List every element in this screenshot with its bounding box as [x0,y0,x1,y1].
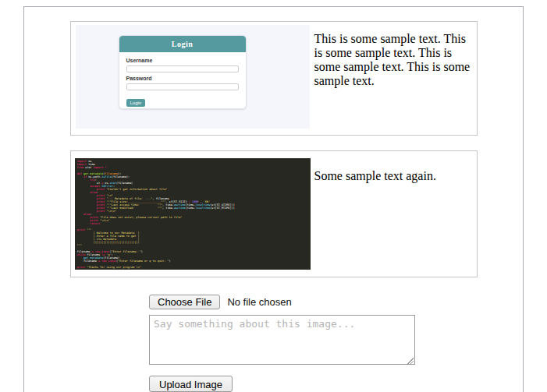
file-input[interactable]: Choose File No file chosen [149,295,523,309]
upload-form: Choose File No file chosen Upload Image [149,295,523,392]
login-card-body: Username Password Login Not yet a member… [119,52,246,109]
password-label: Password [126,76,239,82]
username-input-image [126,65,239,72]
login-card-title: Login [119,36,246,52]
caption-textarea-wrap [149,315,415,368]
sample-text-2: Some sample text again. [314,169,473,270]
password-input-image [126,83,239,90]
file-status-text: No file chosen [227,296,291,308]
sample-text-1: This is some sample text. This is some s… [314,32,471,132]
caption-textarea[interactable] [149,315,415,365]
login-button-image: Login [126,99,146,107]
upload-image-button[interactable]: Upload Image [149,376,233,392]
choose-file-button[interactable]: Choose File [149,295,220,309]
code-screenshot-image: import osimport timefrom stat import * d… [75,158,311,270]
username-label: Username [126,58,239,64]
login-card: Login Username Password Login Not yet a … [119,35,247,109]
sample-box-code: import osimport timefrom stat import * d… [70,150,478,277]
sample-box-login: Login Username Password Login Not yet a … [70,21,478,136]
code-text: import osimport timefrom stat import * d… [75,158,311,270]
main-panel: Login Username Password Login Not yet a … [23,6,524,392]
login-form-image: Login Username Password Login Not yet a … [76,25,310,129]
